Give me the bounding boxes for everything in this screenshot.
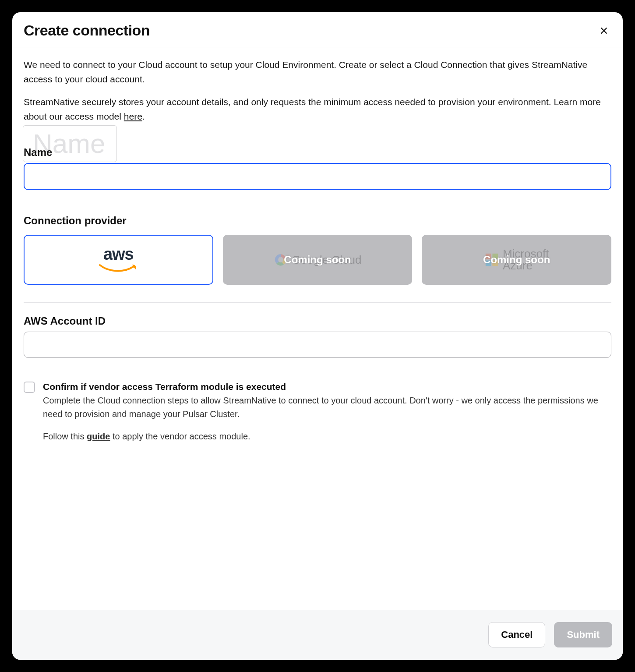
modal-title: Create connection [24,22,150,39]
intro-paragraph-2: StreamNative securely stores your accoun… [24,95,611,124]
confirm-checkbox[interactable] [24,382,35,393]
provider-label: Connection provider [24,215,611,227]
modal-footer: Cancel Submit [12,610,623,660]
intro-text: We need to connect to your Cloud account… [24,58,611,124]
name-field-group: Name [24,146,611,190]
modal-header: Create connection [12,12,623,47]
aws-account-field-group: AWS Account ID [24,315,611,358]
close-button[interactable] [596,23,611,38]
coming-soon-label: Coming soon [483,254,550,266]
aws-account-label: AWS Account ID [24,315,611,327]
aws-account-input[interactable] [24,332,611,358]
provider-grid: aws Google Cloud C [24,235,611,285]
provider-card-gcp: Google Cloud Coming soon [223,235,413,285]
divider [24,302,611,303]
modal-body: We need to connect to your Cloud account… [12,47,623,610]
name-label: Name [24,146,611,159]
create-connection-modal: Create connection We need to connect to … [12,12,623,660]
guide-link[interactable]: guide [87,431,110,441]
confirm-body: Complete the Cloud connection steps to a… [43,394,611,421]
confirm-title: Confirm if vendor access Terraform modul… [43,382,611,392]
access-model-link[interactable]: here [124,111,142,121]
aws-logo-icon: aws [97,246,139,274]
confirm-follow: Follow this guide to apply the vendor ac… [43,430,611,443]
intro-paragraph-1: We need to connect to your Cloud account… [24,58,611,86]
submit-button[interactable]: Submit [554,622,612,647]
close-icon [599,26,609,35]
coming-soon-label: Coming soon [284,254,351,266]
name-input[interactable] [24,163,611,190]
provider-card-aws[interactable]: aws [24,235,213,285]
confirm-section: Confirm if vendor access Terraform modul… [24,382,611,452]
cancel-button[interactable]: Cancel [488,622,545,647]
provider-card-azure: Microsoft Azure Coming soon [422,235,611,285]
